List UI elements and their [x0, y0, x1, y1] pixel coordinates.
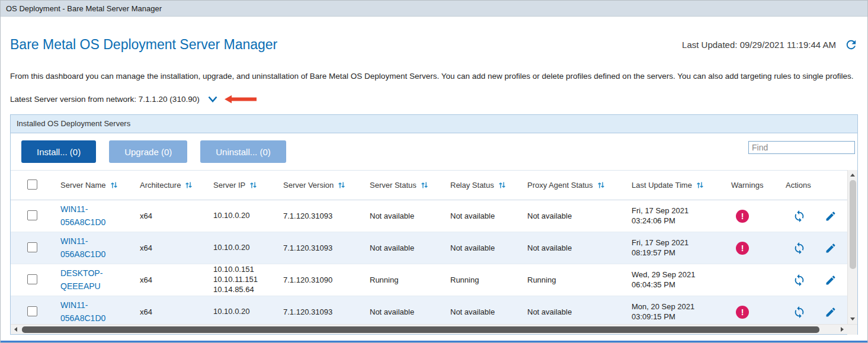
server-status-cell: Running: [366, 264, 447, 296]
proxy-agent-status-cell: Not available: [524, 200, 628, 232]
warning-icon[interactable]: [736, 242, 749, 255]
server-name-link[interactable]: DESKTOP-QEEEAPU: [60, 267, 124, 293]
servers-table: Server Name Architecture Server IP Serve…: [11, 170, 847, 324]
last-update-time-cell: Fri, 17 Sep 2021 08:19:57 PM: [628, 232, 728, 264]
architecture-cell: x64: [136, 296, 210, 325]
sort-icon[interactable]: [498, 181, 506, 189]
sort-icon[interactable]: [185, 181, 193, 189]
bottom-accent-bar: [1, 341, 867, 342]
sort-icon[interactable]: [110, 181, 118, 189]
edit-action-icon[interactable]: [825, 242, 837, 254]
sort-icon[interactable]: [421, 181, 428, 189]
sync-action-icon[interactable]: [793, 274, 806, 287]
chevron-down-icon[interactable]: [208, 96, 217, 102]
sort-icon[interactable]: [696, 181, 704, 189]
annotation-arrow-icon: [225, 95, 257, 104]
select-all-checkbox[interactable]: [27, 179, 37, 190]
table-region: Server Name Architecture Server IP Serve…: [11, 170, 857, 324]
table-row: WIN11-056A8C1D0 x64 10.10.0.20 7.1.120.3…: [11, 200, 847, 232]
edit-action-icon[interactable]: [825, 306, 837, 318]
dashboard-window: OS Deployment - Bare Metal Server Manage…: [0, 0, 868, 343]
server-status-cell: Not available: [366, 296, 447, 325]
edit-action-icon[interactable]: [825, 210, 837, 222]
proxy-agent-status-cell: Running: [524, 264, 628, 296]
row-checkbox[interactable]: [27, 242, 37, 252]
window-title: OS Deployment - Bare Metal Server Manage…: [1, 1, 867, 17]
table-row: WIN11-056A8C1D0 x64 10.10.0.20 7.1.120.3…: [11, 296, 847, 325]
horizontal-scrollbar[interactable]: [11, 324, 857, 334]
horizontal-scroll-track[interactable]: [21, 325, 837, 335]
vertical-scroll-track[interactable]: [848, 180, 857, 314]
column-header-actions: Actions: [786, 181, 811, 190]
edit-action-icon[interactable]: [825, 274, 837, 286]
warning-icon[interactable]: [736, 306, 749, 319]
right-arrow-icon: [841, 327, 844, 332]
column-header-last-update-time: Last Update Time: [632, 181, 692, 190]
servers-table-container: Server Name Architecture Server IP Serve…: [11, 170, 847, 324]
scrollbar-corner: [847, 325, 857, 335]
last-update-time-cell: Wed, 29 Sep 2021 06:04:35 PM: [628, 264, 728, 296]
page-title: Bare Metal OS Deployment Server Manager: [10, 37, 277, 53]
server-name-link[interactable]: WIN11-056A8C1D0: [60, 203, 124, 229]
server-ip-cell: 10.10.0.20: [210, 232, 280, 264]
server-ip-cell: 10.10.0.151 10.10.11.151 10.14.85.64: [210, 264, 280, 296]
column-header-server-status: Server Status: [370, 181, 417, 190]
last-updated-group: Last Updated: 09/29/2021 11:19:44 AM: [682, 38, 858, 52]
sort-icon[interactable]: [338, 181, 345, 189]
scroll-left-button[interactable]: [11, 325, 21, 335]
architecture-cell: x64: [136, 232, 210, 264]
uninstall-button[interactable]: Uninstall... (0): [200, 140, 286, 163]
down-arrow-icon: [850, 318, 855, 320]
sort-icon[interactable]: [597, 181, 605, 189]
server-ip-cell: 10.10.0.20: [210, 296, 280, 325]
last-update-time-cell: Mon, 20 Sep 2021 03:09:15 PM: [628, 296, 728, 325]
relay-status-cell: Running: [447, 264, 524, 296]
vertical-scrollbar[interactable]: [847, 170, 857, 324]
scroll-down-button[interactable]: [848, 314, 857, 324]
column-header-architecture: Architecture: [140, 181, 181, 190]
sync-action-icon[interactable]: [793, 242, 806, 255]
column-header-server-name: Server Name: [60, 181, 106, 190]
dashboard-description: From this dashboard you can manage the i…: [10, 72, 858, 81]
left-arrow-icon: [14, 327, 17, 332]
dashboard-content: Bare Metal OS Deployment Server Manager …: [1, 17, 867, 342]
sync-action-icon[interactable]: [793, 210, 806, 223]
server-status-cell: Not available: [366, 200, 447, 232]
server-name-link[interactable]: WIN11-056A8C1D0: [60, 299, 124, 324]
architecture-cell: x64: [136, 200, 210, 232]
scroll-right-button[interactable]: [837, 325, 847, 335]
latest-version-text: Latest Server version from network: 7.1.…: [10, 95, 200, 104]
vertical-scroll-thumb[interactable]: [850, 180, 856, 269]
upgrade-button[interactable]: Upgrade (0): [109, 140, 187, 163]
column-header-proxy-agent-status: Proxy Agent Status: [527, 181, 593, 190]
relay-status-cell: Not available: [447, 296, 524, 325]
table-row: DESKTOP-QEEEAPU x64 10.10.0.151 10.10.11…: [11, 264, 847, 296]
server-name-link[interactable]: WIN11-056A8C1D0: [60, 235, 124, 261]
installed-servers-panel: Installed OS Deployment Servers Install.…: [10, 114, 858, 335]
relay-status-cell: Not available: [447, 232, 524, 264]
scroll-up-button[interactable]: [848, 170, 857, 180]
row-checkbox[interactable]: [27, 274, 37, 284]
server-ip-cell: 10.10.0.20: [210, 200, 280, 232]
row-checkbox[interactable]: [27, 210, 37, 220]
version-row: Latest Server version from network: 7.1.…: [10, 95, 858, 104]
warning-icon[interactable]: [736, 210, 749, 223]
page-header: Bare Metal OS Deployment Server Manager …: [10, 37, 858, 53]
table-header-row: Server Name Architecture Server IP Serve…: [11, 171, 847, 200]
column-header-server-version: Server Version: [283, 181, 334, 190]
last-updated-text: Last Updated: 09/29/2021 11:19:44 AM: [682, 40, 836, 50]
install-button[interactable]: Install... (0): [21, 140, 96, 163]
proxy-agent-status-cell: Not available: [524, 232, 628, 264]
toolbar: Install... (0) Upgrade (0) Uninstall... …: [11, 133, 857, 170]
sync-action-icon[interactable]: [793, 306, 806, 319]
horizontal-scroll-thumb[interactable]: [22, 326, 819, 333]
table-row: WIN11-056A8C1D0 x64 10.10.0.20 7.1.120.3…: [11, 232, 847, 264]
row-checkbox[interactable]: [27, 306, 37, 316]
last-update-time-cell: Fri, 17 Sep 2021 03:24:06 PM: [628, 200, 728, 232]
server-version-cell: 7.1.120.31093: [280, 200, 366, 232]
refresh-icon[interactable]: [844, 38, 858, 52]
column-header-relay-status: Relay Status: [450, 181, 494, 190]
sort-icon[interactable]: [249, 181, 257, 189]
find-input[interactable]: [748, 141, 855, 154]
proxy-agent-status-cell: Not available: [524, 296, 628, 325]
